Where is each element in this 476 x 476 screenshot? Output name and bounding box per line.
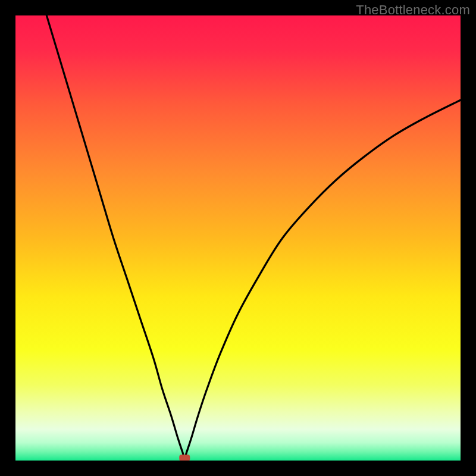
chart-svg [15,15,461,461]
minimum-marker [179,455,190,461]
chart-frame: TheBottleneck.com [0,0,476,476]
gradient-background [15,15,461,461]
plot-area [15,15,461,461]
